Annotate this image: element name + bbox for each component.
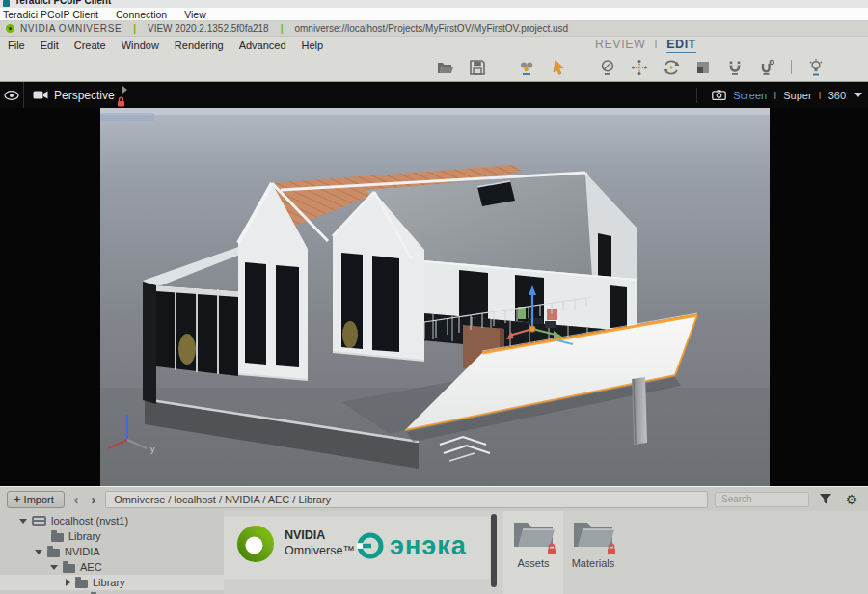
divider: I xyxy=(819,90,822,101)
app-brand: NVIDIA OMNIVERSE xyxy=(20,23,122,34)
menu-view[interactable]: View xyxy=(184,9,206,20)
nvidia-omniverse-logo: NVIDIA Omniverse™ xyxy=(235,524,355,564)
tree-item-partial[interactable] xyxy=(0,590,224,594)
open-document-path: omniverse://localhost/Projects/MyFirstOV… xyxy=(294,23,568,34)
menu-connection[interactable]: Connection xyxy=(116,9,167,20)
settings-button[interactable]: ⚙ xyxy=(842,491,861,508)
lock-badge-icon xyxy=(546,543,557,555)
menu-teradici[interactable]: Teradici PCoIP Client xyxy=(3,9,98,20)
folder-icon xyxy=(75,580,88,588)
content-item-assets[interactable]: Assets xyxy=(503,511,563,594)
visibility-menu-button[interactable] xyxy=(0,82,24,108)
tree-item-aec-library[interactable]: Library xyxy=(0,575,224,590)
dropdown-caret-icon[interactable] xyxy=(854,93,862,97)
omniverse-logo-text: Omniverse™ xyxy=(285,544,355,559)
tab-edit[interactable]: EDIT xyxy=(666,38,695,54)
camera-selector[interactable]: Perspective xyxy=(24,82,130,108)
app-menubar: File Edit Create Window Rendering Advanc… xyxy=(0,37,868,53)
menu-help[interactable]: Help xyxy=(294,40,332,51)
snap-settings-button[interactable] xyxy=(757,58,776,77)
folder-icon xyxy=(63,564,75,573)
back-arrow-button[interactable]: ‹ xyxy=(71,493,82,506)
rotate-tool-icon xyxy=(662,58,681,77)
tree-item-library[interactable]: Library xyxy=(0,528,224,544)
folder-icon xyxy=(51,533,64,542)
window-titlebar: Teradici PCoIP Client xyxy=(0,0,868,8)
caret-down-icon[interactable] xyxy=(50,565,58,570)
open-file-button[interactable] xyxy=(436,58,455,77)
light-bulb-icon xyxy=(806,58,826,77)
rotate-tool-button[interactable] xyxy=(662,58,681,77)
simulation-tool-button[interactable] xyxy=(517,58,536,77)
menu-create[interactable]: Create xyxy=(67,40,114,51)
tree-item-label: localhost (nvst1) xyxy=(51,515,128,526)
forward-arrow-button[interactable]: › xyxy=(88,493,98,506)
move-tool-button[interactable] xyxy=(630,58,649,77)
nvidia-logo-text: NVIDIA xyxy=(285,528,355,544)
teradici-app-icon xyxy=(3,0,10,7)
eye-icon xyxy=(4,91,19,100)
filter-button[interactable] xyxy=(816,491,835,508)
tree-item-nvidia[interactable]: NVIDIA xyxy=(0,544,224,559)
lighting-button[interactable] xyxy=(806,58,826,77)
application-window: Teradici PCoIP Client Teradici PCoIP Cli… xyxy=(0,0,868,594)
select-tool-button[interactable] xyxy=(549,58,568,77)
simulation-icon xyxy=(517,58,536,77)
app-version: VIEW 2020.2.1352.5f0fa218 xyxy=(148,23,269,34)
import-plus-icon: + xyxy=(14,493,21,505)
eneca-icon xyxy=(357,532,384,559)
tree-item-label: Library xyxy=(68,530,101,542)
divider xyxy=(696,88,697,103)
scale-tool-button[interactable] xyxy=(693,58,713,77)
search-input[interactable] xyxy=(715,492,809,507)
caret-down-icon[interactable] xyxy=(35,550,42,554)
item-label: Assets xyxy=(517,557,549,569)
divider: | xyxy=(133,23,136,34)
tree-item-aec[interactable]: AEC xyxy=(0,559,224,575)
import-button[interactable]: + Import xyxy=(7,491,65,508)
capture-screen-option[interactable]: Screen xyxy=(733,90,767,101)
mode-divider: I xyxy=(654,38,658,51)
open-folder-icon xyxy=(436,58,455,77)
mode-switch: REVIEW I EDIT xyxy=(595,38,696,51)
caret-right-icon[interactable] xyxy=(66,579,70,586)
nvidia-logo-dot-icon xyxy=(6,24,14,33)
tree-item-localhost[interactable]: localhost (nvst1) xyxy=(0,513,224,528)
app-status-bar: NVIDIA OMNIVERSE | VIEW 2020.2.1352.5f0f… xyxy=(0,21,868,37)
save-button[interactable] xyxy=(468,58,487,77)
capture-quality-option[interactable]: Super xyxy=(783,90,811,101)
menu-edit[interactable]: Edit xyxy=(33,40,67,51)
vendor-banner: NVIDIA Omniverse™ энэка xyxy=(224,511,490,594)
toolbar-divider xyxy=(583,60,583,74)
tab-review[interactable]: REVIEW xyxy=(595,38,645,51)
menu-window[interactable]: Window xyxy=(114,40,167,51)
scrollbar-thumb[interactable] xyxy=(491,514,497,587)
camera-lock-icon[interactable] xyxy=(117,96,125,107)
gear-icon: ⚙ xyxy=(846,493,858,506)
menu-rendering[interactable]: Rendering xyxy=(167,40,231,51)
eneca-logo: энэка xyxy=(357,532,467,559)
content-item-materials[interactable]: Materials xyxy=(563,511,623,594)
snap-magnet-icon xyxy=(725,58,745,77)
snap-toggle-button[interactable] xyxy=(725,58,745,77)
filter-funnel-icon xyxy=(819,493,832,505)
space-toggle-button[interactable] xyxy=(598,58,617,77)
divider: I xyxy=(773,90,776,101)
tree-item-label: AEC xyxy=(80,561,102,573)
menu-file[interactable]: File xyxy=(0,40,33,51)
caret-down-icon[interactable] xyxy=(19,519,27,524)
folder-tree: localhost (nvst1) Library NVIDIA AEC Lib xyxy=(0,511,224,594)
save-icon xyxy=(468,58,487,77)
import-label: Import xyxy=(24,494,54,505)
item-label: Materials xyxy=(572,557,615,569)
expand-arrow-icon[interactable] xyxy=(122,86,127,94)
capture-360-option[interactable]: 360 xyxy=(828,90,846,101)
viewport-render[interactable]: y xyxy=(100,108,770,486)
divider: | xyxy=(281,23,284,34)
toolbar-divider xyxy=(791,60,792,74)
menu-advanced[interactable]: Advanced xyxy=(231,40,294,51)
tree-item-label: Library xyxy=(93,577,125,588)
breadcrumb[interactable]: Omniverse / localhost / NVIDIA / AEC / L… xyxy=(105,491,708,508)
capture-camera-icon[interactable] xyxy=(712,90,726,100)
axis-label: y xyxy=(150,445,155,454)
